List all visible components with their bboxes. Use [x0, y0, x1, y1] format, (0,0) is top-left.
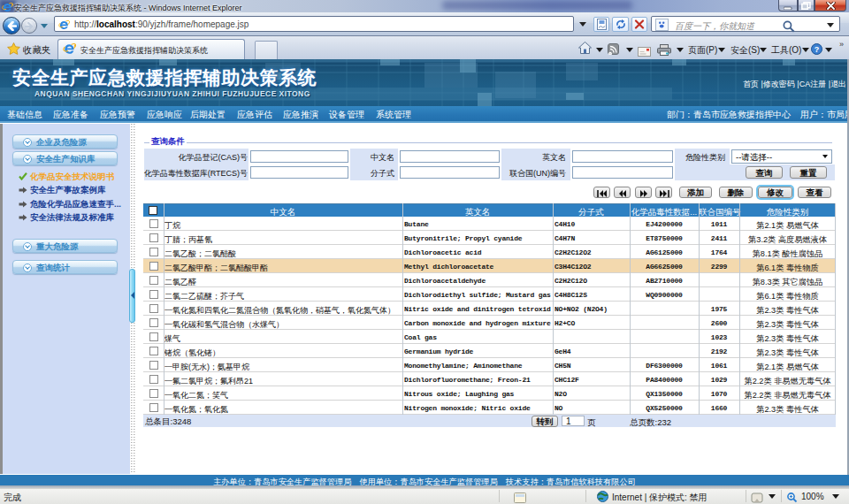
svg-text:?: ? [815, 45, 820, 54]
